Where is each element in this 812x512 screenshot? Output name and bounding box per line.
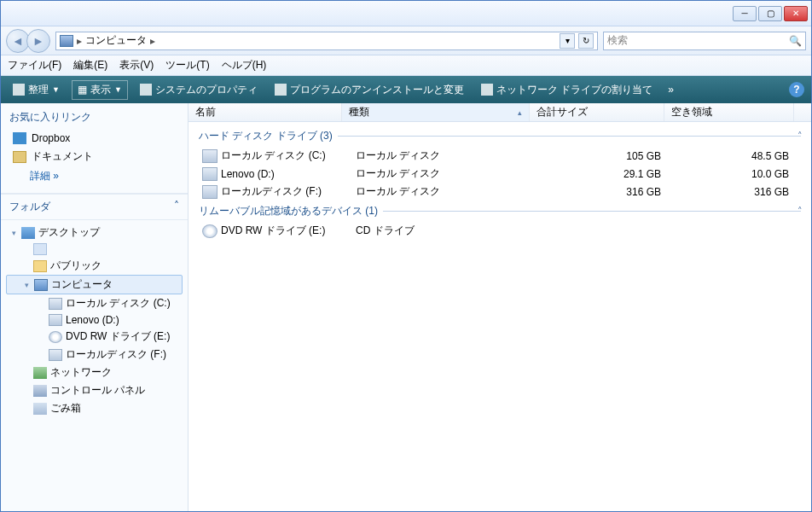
tree-user[interactable] [6, 241, 183, 257]
titlebar: ─ ▢ ✕ [1, 1, 811, 26]
drive-row[interactable]: ローカルディスク (F:) ローカル ディスク 316 GB 316 GB [188, 183, 811, 201]
search-input[interactable]: 検索 🔍 [603, 32, 806, 50]
system-icon [140, 84, 152, 96]
group-removable[interactable]: リムーバブル記憶域があるデバイス (1) ˄ [188, 201, 811, 222]
breadcrumb-sep: ▸ [150, 35, 155, 47]
more-button[interactable]: » [668, 84, 674, 96]
folders-header[interactable]: フォルダ ˄ [1, 194, 188, 220]
explorer-window: ─ ▢ ✕ ◄ ► ▸ コンピュータ ▸ ▾ ↻ 検索 🔍 ファイル(F) 編集… [0, 0, 812, 512]
content-pane: 名前 種類▴ 合計サイズ 空き領域 ハード ディスク ドライブ (3) ˄ ロー… [188, 103, 811, 511]
command-bar: 整理 ▼ ▦ 表示 ▼ システムのプロパティ プログラムのアンインストールと変更… [1, 76, 811, 103]
address-bar[interactable]: ▸ コンピュータ ▸ ▾ ↻ [55, 32, 598, 50]
menu-tools[interactable]: ツール(T) [165, 58, 209, 73]
fav-detail[interactable]: 詳細 » [9, 166, 179, 186]
tree-control-panel[interactable]: コントロール パネル [6, 381, 183, 399]
address-dropdown[interactable]: ▾ [560, 33, 575, 49]
search-icon: 🔍 [789, 35, 802, 47]
help-button[interactable]: ? [789, 82, 804, 97]
organize-button[interactable]: 整理 ▼ [8, 81, 65, 99]
disk-icon [202, 185, 218, 199]
menu-bar: ファイル(F) 編集(E) 表示(V) ツール(T) ヘルプ(H) [1, 55, 811, 76]
column-headers: 名前 種類▴ 合計サイズ 空き領域 [188, 103, 811, 122]
drive-row[interactable]: Lenovo (D:) ローカル ディスク 29.1 GB 10.0 GB [188, 165, 811, 183]
user-icon [33, 243, 47, 255]
map-drive-button[interactable]: ネットワーク ドライブの割り当て [476, 81, 658, 99]
maximize-button[interactable]: ▢ [758, 6, 782, 21]
tree-desktop[interactable]: ▾デスクトップ [6, 224, 183, 241]
uninstall-programs-button[interactable]: プログラムのアンインストールと変更 [270, 81, 469, 99]
dvd-icon [49, 331, 62, 343]
tree-computer[interactable]: ▾コンピュータ [6, 275, 183, 294]
forward-button[interactable]: ► [26, 29, 50, 53]
col-free[interactable]: 空き領域 [664, 103, 794, 121]
disk-icon [202, 167, 218, 181]
col-size[interactable]: 合計サイズ [530, 103, 664, 121]
trash-icon [33, 403, 47, 415]
list-body: ハード ディスク ドライブ (3) ˄ ローカル ディスク (C:) ローカル … [188, 122, 811, 511]
programs-icon [275, 84, 287, 96]
desktop-icon [21, 227, 35, 239]
breadcrumb-sep: ▸ [77, 35, 82, 47]
chevron-up-icon: ˄ [174, 200, 179, 214]
menu-file[interactable]: ファイル(F) [8, 58, 61, 73]
folder-tree: ▾デスクトップ パブリック ▾コンピュータ ローカル ディスク (C:) Len… [1, 220, 188, 511]
organize-icon [13, 84, 25, 96]
sort-asc-icon: ▴ [518, 108, 522, 117]
minimize-button[interactable]: ─ [733, 6, 757, 21]
control-panel-icon [33, 385, 47, 397]
tree-disk-f[interactable]: ローカルディスク (F:) [6, 346, 183, 364]
dropbox-icon [13, 132, 26, 144]
favorites-title: お気に入りリンク [9, 110, 179, 125]
views-icon: ▦ [78, 84, 87, 96]
folder-icon [33, 260, 47, 272]
computer-icon [34, 279, 48, 291]
chevron-up-icon[interactable]: ˄ [798, 206, 803, 217]
close-button[interactable]: ✕ [784, 6, 808, 21]
group-hdd[interactable]: ハード ディスク ドライブ (3) ˄ [188, 125, 811, 147]
collapse-icon[interactable]: ▾ [9, 229, 18, 237]
breadcrumb-computer[interactable]: コンピュータ [85, 33, 147, 48]
disk-icon [49, 314, 62, 326]
disk-icon [49, 298, 62, 310]
collapse-icon[interactable]: ▾ [22, 281, 31, 289]
refresh-button[interactable]: ↻ [578, 33, 594, 49]
disk-icon [202, 149, 218, 163]
menu-edit[interactable]: 編集(E) [73, 58, 107, 73]
fav-documents[interactable]: ドキュメント [9, 147, 179, 166]
chevron-up-icon[interactable]: ˄ [798, 131, 803, 142]
nav-toolbar: ◄ ► ▸ コンピュータ ▸ ▾ ↻ 検索 🔍 [1, 26, 811, 55]
system-properties-button[interactable]: システムのプロパティ [135, 81, 263, 99]
documents-icon [13, 151, 26, 163]
fav-dropbox[interactable]: Dropbox [9, 130, 179, 147]
views-button[interactable]: ▦ 表示 ▼ [72, 80, 128, 100]
menu-help[interactable]: ヘルプ(H) [222, 58, 267, 73]
tree-disk-c[interactable]: ローカル ディスク (C:) [6, 294, 183, 312]
tree-disk-d[interactable]: Lenovo (D:) [6, 312, 183, 328]
mapdrive-icon [481, 84, 493, 96]
drive-row[interactable]: DVD RW ドライブ (E:) CD ドライブ [188, 222, 811, 240]
tree-trash[interactable]: ごみ箱 [6, 399, 183, 417]
menu-view[interactable]: 表示(V) [119, 58, 154, 73]
dvd-icon [202, 224, 218, 238]
chevron-down-icon: ▼ [114, 85, 122, 94]
search-placeholder: 検索 [607, 33, 628, 48]
network-icon [33, 367, 47, 379]
disk-icon [49, 349, 62, 361]
computer-icon [60, 35, 73, 47]
drive-row[interactable]: ローカル ディスク (C:) ローカル ディスク 105 GB 48.5 GB [188, 147, 811, 165]
col-type[interactable]: 種類▴ [342, 103, 530, 121]
col-name[interactable]: 名前 [188, 103, 342, 121]
tree-dvd-e[interactable]: DVD RW ドライブ (E:) [6, 328, 183, 346]
tree-network[interactable]: ネットワーク [6, 364, 183, 381]
tree-public[interactable]: パブリック [6, 257, 183, 275]
chevron-down-icon: ▼ [52, 85, 60, 94]
sidebar: お気に入りリンク Dropbox ドキュメント 詳細 » フォルダ ˄ ▾デスク… [1, 103, 188, 511]
